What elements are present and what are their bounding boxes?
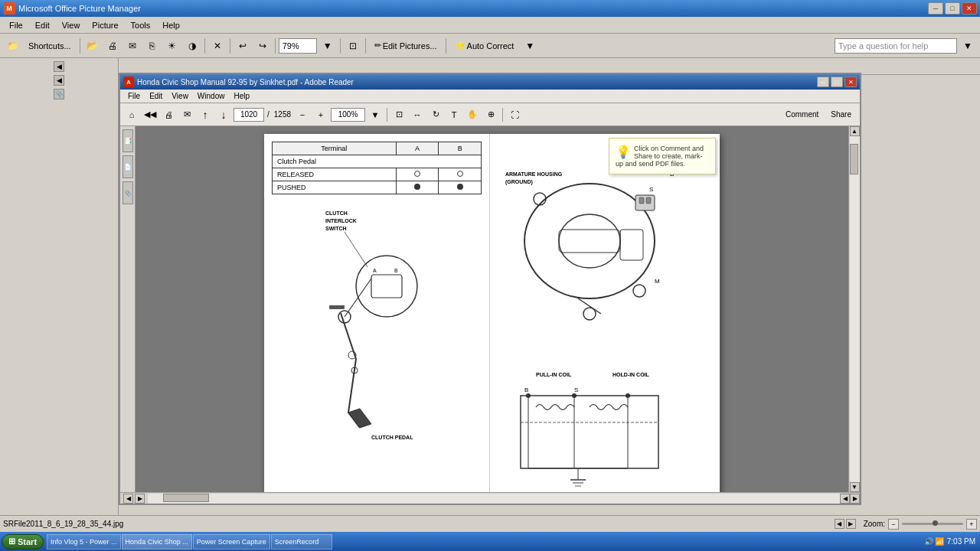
taskbar-item-3[interactable]: ScreenRecord	[271, 534, 332, 549]
inner-minimize-button[interactable]: ─	[817, 77, 829, 87]
pdf-nav-next-page[interactable]: ↓	[215, 106, 232, 123]
scroll-down-arrow[interactable]: ▼	[850, 482, 860, 492]
taskbar-item-0[interactable]: Info Vlog 5 - Power ...	[47, 534, 121, 549]
svg-rect-18	[559, 230, 620, 253]
scroll-up-arrow[interactable]: ▲	[850, 126, 860, 136]
h-scroll-thumb[interactable]	[163, 494, 209, 502]
auto-correct-button[interactable]: ⭐ Auto Correct	[449, 37, 520, 55]
page-number-input[interactable]	[234, 108, 264, 122]
inner-maximize-button[interactable]: □	[831, 77, 843, 87]
pdf-viewing-area[interactable]: Terminal A B Clutch Pedal RELEASED	[136, 126, 848, 492]
taskbar-item-1[interactable]: Honda Civic Shop ...	[122, 534, 192, 549]
status-next-btn[interactable]: ▶	[846, 519, 856, 529]
pdf-panel-pages[interactable]: 📄	[122, 155, 133, 178]
coil-svg: PULL-IN COIL HOLD-IN COIL B S	[498, 365, 704, 492]
pdf-nav-print[interactable]: 🖨	[160, 106, 177, 123]
zoom-out-btn[interactable]: −	[888, 519, 899, 530]
pdf-page: Terminal A B Clutch Pedal RELEASED	[264, 134, 720, 492]
scroll-thumb[interactable]	[850, 144, 858, 174]
inner-menu-file[interactable]: File	[123, 91, 145, 101]
help-search-box[interactable]: Type a question for help	[835, 38, 957, 54]
pdf-select-text[interactable]: T	[446, 106, 462, 123]
pdf-panel-bookmarks[interactable]: 📑	[122, 129, 133, 152]
zoom-slider-container[interactable]	[902, 522, 963, 527]
toolbar-separator-7	[446, 38, 446, 54]
pdf-fit-width[interactable]: ↔	[409, 106, 426, 123]
undo-icon[interactable]: ↩	[234, 37, 252, 55]
pdf-rotate[interactable]: ↻	[427, 106, 444, 123]
edit-pictures-button[interactable]: ✏ Edit Pictures...	[369, 37, 443, 55]
maximize-button[interactable]: □	[945, 2, 960, 15]
prev-page-btn[interactable]: ◀	[123, 494, 133, 504]
menu-help[interactable]: Help	[156, 19, 186, 31]
redo-icon[interactable]: ↪	[253, 37, 272, 55]
h-scroll-left[interactable]: ◀	[840, 494, 850, 504]
h-scroll-track[interactable]	[148, 494, 840, 504]
taskbar-item-2[interactable]: Power Screen Capture	[193, 534, 270, 549]
pdf-zoom-marquee[interactable]: ⊕	[482, 106, 499, 123]
inner-close-button[interactable]: ✕	[844, 77, 857, 87]
fit-icon[interactable]: ⊡	[344, 37, 362, 55]
pdf-zoom-dropdown[interactable]: ▼	[367, 106, 384, 123]
shortcuts-button[interactable]: Shortcuts...	[23, 37, 77, 55]
panel-toggle-3[interactable]: 📎	[54, 89, 64, 99]
contrast-icon[interactable]: ◑	[183, 37, 201, 55]
minimize-button[interactable]: ─	[928, 2, 943, 15]
pdf-left-column: Terminal A B Clutch Pedal RELEASED	[264, 134, 490, 492]
inner-window-title: Honda Civic Shop Manual 92-95 by Sinkhet…	[137, 78, 354, 86]
toolbar-separator-2	[204, 38, 205, 54]
menu-edit[interactable]: Edit	[29, 19, 56, 31]
menu-file[interactable]: File	[3, 19, 29, 31]
svg-text:(GROUND): (GROUND)	[505, 179, 533, 185]
pdf-nav-prev-file[interactable]: ◀◀	[142, 106, 158, 123]
scroll-track[interactable]	[850, 136, 860, 482]
pdf-panel-attach[interactable]: 📎	[122, 181, 133, 204]
status-nav-arrows: ◀ ▶	[835, 519, 856, 529]
next-page-btn[interactable]: ▶	[135, 494, 145, 504]
expand-icon[interactable]: ▼	[521, 37, 539, 55]
pdf-scrollbar-horizontal[interactable]: ◀ ▶ ◀ ▶	[120, 492, 860, 504]
delete-icon[interactable]: ✕	[208, 37, 227, 55]
svg-text:A: A	[373, 268, 377, 273]
pdf-fit-page[interactable]: ⊡	[390, 106, 407, 123]
menu-picture[interactable]: Picture	[86, 19, 124, 31]
pdf-nav-email[interactable]: ✉	[178, 106, 195, 123]
zoom-slider-thumb[interactable]	[933, 520, 938, 526]
shortcuts-icon[interactable]: 📁	[3, 37, 21, 55]
status-prev-btn[interactable]: ◀	[835, 519, 844, 529]
print-icon[interactable]: 🖨	[103, 37, 122, 55]
panel-toggle-1[interactable]: ◀	[54, 61, 64, 72]
title-bar-controls: ─ □ ✕	[928, 2, 977, 15]
menu-tools[interactable]: Tools	[125, 19, 157, 31]
panel-toggle-2[interactable]: ◀	[54, 75, 64, 86]
email-icon[interactable]: ✉	[123, 37, 142, 55]
zoom-in-btn[interactable]: +	[966, 519, 977, 530]
pdf-nav-prev-page[interactable]: ↑	[197, 106, 214, 123]
help-search-dropdown[interactable]: ▼	[959, 37, 977, 55]
inner-menu-window[interactable]: Window	[193, 91, 230, 101]
toolbar-separator-1	[80, 38, 80, 54]
h-scroll-right[interactable]: ▶	[850, 494, 860, 504]
pdf-fullscreen[interactable]: ⛶	[506, 106, 523, 123]
close-button[interactable]: ✕	[962, 2, 977, 15]
brightness-icon[interactable]: ☀	[163, 37, 181, 55]
pdf-hand-tool[interactable]: ✋	[464, 106, 481, 123]
pdf-scrollbar-vertical[interactable]: ▲ ▼	[848, 126, 860, 492]
inner-menu-help[interactable]: Help	[229, 91, 254, 101]
zoom-dropdown-icon[interactable]: ▼	[318, 37, 337, 55]
pdf-zoom-in[interactable]: +	[312, 106, 329, 123]
open-icon[interactable]: 📂	[83, 37, 102, 55]
table-header-b: B	[439, 142, 482, 155]
taskbar: ⊞ Start Info Vlog 5 - Power ... Honda Ci…	[0, 532, 980, 551]
pdf-zoom-out[interactable]: −	[294, 106, 311, 123]
inner-menu-view[interactable]: View	[167, 91, 193, 101]
start-button[interactable]: ⊞ Start	[2, 534, 44, 549]
inner-menu-edit[interactable]: Edit	[145, 91, 167, 101]
copy-icon[interactable]: ⎘	[143, 37, 162, 55]
share-button[interactable]: Share	[825, 108, 857, 121]
comment-button[interactable]: Comment	[780, 108, 824, 121]
tooltip-icon: 💡	[616, 145, 631, 159]
pdf-nav-home[interactable]: ⌂	[123, 106, 140, 123]
menu-view[interactable]: View	[56, 19, 87, 31]
pdf-zoom-input[interactable]	[331, 108, 365, 122]
